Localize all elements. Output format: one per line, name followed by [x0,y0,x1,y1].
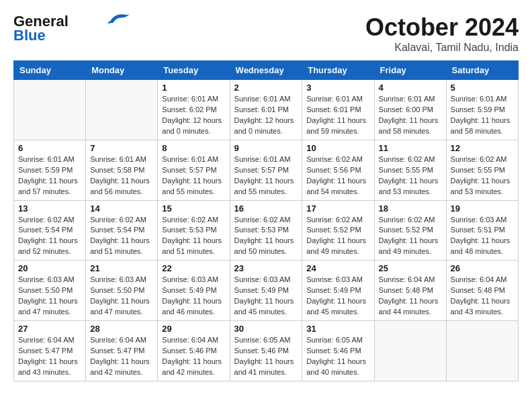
day-info: Sunrise: 6:05 AMSunset: 5:46 PMDaylight:… [234,335,298,378]
logo: General Blue [13,13,132,44]
day-number: 5 [451,83,514,93]
day-number: 6 [18,143,81,153]
day-info: Sunrise: 6:04 AMSunset: 5:47 PMDaylight:… [18,335,81,378]
calendar-cell: 6Sunrise: 6:01 AMSunset: 5:59 PMDaylight… [14,140,86,200]
location: Kalavai, Tamil Nadu, India [365,42,519,54]
day-info: Sunrise: 6:03 AMSunset: 5:50 PMDaylight:… [90,275,153,318]
calendar-cell: 15Sunrise: 6:02 AMSunset: 5:53 PMDayligh… [158,200,230,261]
day-number: 4 [379,83,442,93]
day-number: 2 [234,83,298,93]
calendar-cell: 9Sunrise: 6:01 AMSunset: 5:57 PMDaylight… [230,140,302,200]
day-number: 29 [162,324,225,334]
day-number: 20 [18,263,81,273]
day-info: Sunrise: 6:04 AMSunset: 5:48 PMDaylight:… [379,275,442,318]
calendar-cell: 5Sunrise: 6:01 AMSunset: 5:59 PMDaylight… [446,80,518,140]
weekday-header-row: SundayMondayTuesdayWednesdayThursdayFrid… [14,61,519,80]
calendar-cell: 8Sunrise: 6:01 AMSunset: 5:57 PMDaylight… [158,140,230,200]
weekday-header-wednesday: Wednesday [230,61,302,80]
day-number: 13 [18,203,81,214]
day-info: Sunrise: 6:03 AMSunset: 5:50 PMDaylight:… [18,275,81,318]
day-info: Sunrise: 6:01 AMSunset: 5:58 PMDaylight:… [90,154,153,197]
calendar-cell [374,321,446,381]
weekday-header-saturday: Saturday [446,61,518,80]
day-info: Sunrise: 6:01 AMSunset: 6:00 PMDaylight:… [379,94,442,137]
day-number: 10 [306,143,369,153]
calendar-cell: 22Sunrise: 6:03 AMSunset: 5:49 PMDayligh… [158,261,230,321]
calendar-cell: 10Sunrise: 6:02 AMSunset: 5:56 PMDayligh… [302,140,374,200]
day-number: 19 [451,203,514,214]
day-info: Sunrise: 6:02 AMSunset: 5:56 PMDaylight:… [306,154,369,197]
day-info: Sunrise: 6:02 AMSunset: 5:52 PMDaylight:… [379,215,442,258]
calendar-cell: 29Sunrise: 6:04 AMSunset: 5:46 PMDayligh… [158,321,230,381]
day-info: Sunrise: 6:04 AMSunset: 5:48 PMDaylight:… [451,275,514,318]
calendar-cell: 23Sunrise: 6:03 AMSunset: 5:49 PMDayligh… [230,261,302,321]
weekday-header-monday: Monday [86,61,158,80]
day-number: 17 [306,203,369,214]
calendar-cell: 24Sunrise: 6:03 AMSunset: 5:49 PMDayligh… [302,261,374,321]
day-number: 27 [18,324,81,334]
day-number: 7 [90,143,153,153]
day-info: Sunrise: 6:02 AMSunset: 5:52 PMDaylight:… [306,215,369,258]
calendar-cell: 27Sunrise: 6:04 AMSunset: 5:47 PMDayligh… [14,321,86,381]
calendar-cell: 1Sunrise: 6:01 AMSunset: 6:02 PMDaylight… [158,80,230,140]
day-number: 12 [451,143,514,153]
day-info: Sunrise: 6:05 AMSunset: 5:46 PMDaylight:… [306,335,369,378]
calendar-cell: 7Sunrise: 6:01 AMSunset: 5:58 PMDaylight… [86,140,158,200]
day-number: 30 [234,324,298,334]
day-info: Sunrise: 6:03 AMSunset: 5:51 PMDaylight:… [451,215,514,258]
month-title: October 2024 [365,13,519,42]
day-info: Sunrise: 6:01 AMSunset: 5:59 PMDaylight:… [18,154,81,197]
day-info: Sunrise: 6:01 AMSunset: 5:59 PMDaylight:… [451,94,514,137]
calendar-cell: 14Sunrise: 6:02 AMSunset: 5:54 PMDayligh… [86,200,158,261]
calendar-cell [446,321,518,381]
day-number: 18 [379,203,442,214]
page-header: General Blue October 2024 Kalavai, Tamil… [13,13,519,54]
weekday-header-friday: Friday [374,61,446,80]
day-number: 21 [90,263,153,273]
day-number: 26 [451,263,514,273]
calendar-cell: 28Sunrise: 6:04 AMSunset: 5:47 PMDayligh… [86,321,158,381]
calendar-cell: 18Sunrise: 6:02 AMSunset: 5:52 PMDayligh… [374,200,446,261]
day-info: Sunrise: 6:03 AMSunset: 5:49 PMDaylight:… [162,275,225,318]
calendar-cell: 25Sunrise: 6:04 AMSunset: 5:48 PMDayligh… [374,261,446,321]
day-number: 16 [234,203,298,214]
day-info: Sunrise: 6:02 AMSunset: 5:54 PMDaylight:… [90,215,153,258]
day-number: 9 [234,143,298,153]
day-number: 8 [162,143,225,153]
day-number: 23 [234,263,298,273]
calendar-cell: 2Sunrise: 6:01 AMSunset: 6:01 PMDaylight… [230,80,302,140]
calendar-cell: 20Sunrise: 6:03 AMSunset: 5:50 PMDayligh… [14,261,86,321]
day-info: Sunrise: 6:01 AMSunset: 6:01 PMDaylight:… [306,94,369,137]
day-info: Sunrise: 6:01 AMSunset: 5:57 PMDaylight:… [234,154,298,197]
calendar-cell: 21Sunrise: 6:03 AMSunset: 5:50 PMDayligh… [86,261,158,321]
calendar-table: SundayMondayTuesdayWednesdayThursdayFrid… [13,60,519,381]
logo-blue: Blue [13,27,46,44]
day-info: Sunrise: 6:04 AMSunset: 5:46 PMDaylight:… [162,335,225,378]
day-info: Sunrise: 6:01 AMSunset: 6:02 PMDaylight:… [162,94,225,137]
day-info: Sunrise: 6:02 AMSunset: 5:54 PMDaylight:… [18,215,81,258]
calendar-week-row: 6Sunrise: 6:01 AMSunset: 5:59 PMDaylight… [14,140,519,200]
day-number: 14 [90,203,153,214]
day-number: 1 [162,83,225,93]
calendar-cell: 12Sunrise: 6:02 AMSunset: 5:55 PMDayligh… [446,140,518,200]
weekday-header-thursday: Thursday [302,61,374,80]
calendar-cell: 11Sunrise: 6:02 AMSunset: 5:55 PMDayligh… [374,140,446,200]
calendar-week-row: 20Sunrise: 6:03 AMSunset: 5:50 PMDayligh… [14,261,519,321]
calendar-cell: 4Sunrise: 6:01 AMSunset: 6:00 PMDaylight… [374,80,446,140]
calendar-cell: 30Sunrise: 6:05 AMSunset: 5:46 PMDayligh… [230,321,302,381]
calendar-cell: 3Sunrise: 6:01 AMSunset: 6:01 PMDaylight… [302,80,374,140]
calendar-cell [14,80,86,140]
day-info: Sunrise: 6:02 AMSunset: 5:53 PMDaylight:… [234,215,298,258]
weekday-header-sunday: Sunday [14,61,86,80]
logo-bird-icon [105,9,132,28]
day-info: Sunrise: 6:02 AMSunset: 5:55 PMDaylight:… [379,154,442,197]
calendar-cell: 13Sunrise: 6:02 AMSunset: 5:54 PMDayligh… [14,200,86,261]
calendar-cell: 17Sunrise: 6:02 AMSunset: 5:52 PMDayligh… [302,200,374,261]
day-number: 25 [379,263,442,273]
weekday-header-tuesday: Tuesday [158,61,230,80]
day-number: 3 [306,83,369,93]
day-number: 22 [162,263,225,273]
calendar-cell [86,80,158,140]
calendar-week-row: 1Sunrise: 6:01 AMSunset: 6:02 PMDaylight… [14,80,519,140]
day-info: Sunrise: 6:03 AMSunset: 5:49 PMDaylight:… [234,275,298,318]
